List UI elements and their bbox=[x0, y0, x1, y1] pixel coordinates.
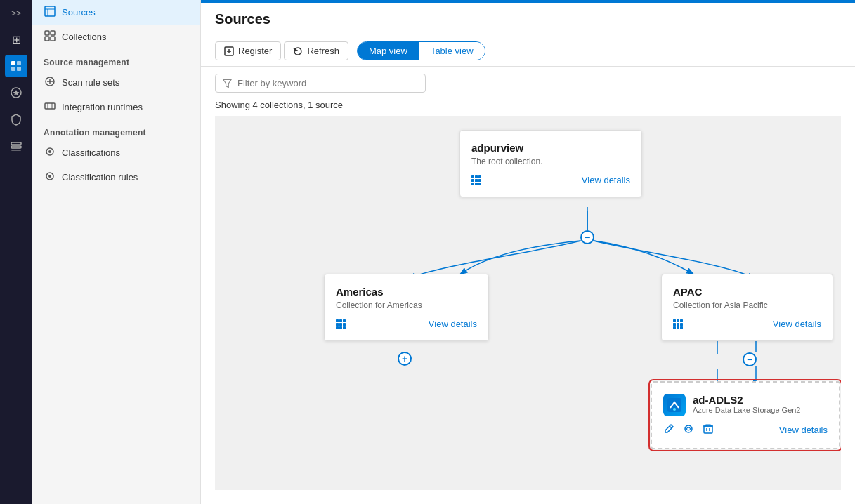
sidebar-item-scan-rule-sets[interactable]: Scan rule sets bbox=[32, 70, 200, 95]
annotation-management-header: Annotation management bbox=[32, 119, 200, 140]
svg-rect-11 bbox=[45, 31, 49, 35]
svg-rect-6 bbox=[11, 146, 21, 148]
refresh-label: Refresh bbox=[307, 46, 339, 56]
svg-rect-3 bbox=[17, 67, 21, 71]
sidebar-classifications-label: Classifications bbox=[62, 147, 120, 158]
map-canvas: adpurview The root collection. View deta… bbox=[215, 116, 841, 490]
filter-input[interactable] bbox=[237, 78, 418, 88]
svg-line-40 bbox=[670, 426, 672, 428]
view-toggle: Map view Table view bbox=[357, 41, 485, 60]
classification-rules-icon bbox=[44, 171, 56, 184]
root-card-footer: View details bbox=[471, 175, 630, 185]
icon-bar: >> ⊞ bbox=[0, 0, 32, 504]
sidebar-integration-label: Integration runtimes bbox=[62, 102, 143, 112]
source-type: Azure Data Lake Storage Gen2 bbox=[693, 406, 800, 414]
collapse-root-button[interactable]: − bbox=[580, 230, 594, 244]
svg-rect-1 bbox=[17, 61, 21, 65]
americas-card-subtitle: Collection for Americas bbox=[336, 300, 477, 310]
sidebar-item-classification-rules[interactable]: Classification rules bbox=[32, 165, 200, 190]
sources-icon bbox=[44, 6, 56, 19]
apac-card-footer: View details bbox=[673, 319, 821, 329]
filter-icon bbox=[223, 79, 232, 88]
svg-rect-5 bbox=[11, 142, 21, 145]
scan-rule-sets-icon bbox=[44, 76, 56, 89]
svg-rect-18 bbox=[45, 103, 55, 109]
classifications-icon bbox=[44, 146, 56, 159]
sidebar-item-sources[interactable]: Sources bbox=[32, 0, 200, 25]
apac-view-details-link[interactable]: View details bbox=[773, 319, 821, 329]
expand-icon[interactable]: >> bbox=[8, 6, 24, 21]
americas-card: Americas Collection for Americas View de… bbox=[324, 274, 489, 341]
source-info: ad-ADLS2 Azure Data Lake Storage Gen2 bbox=[693, 394, 800, 414]
svg-marker-28 bbox=[223, 79, 231, 87]
apac-grid-icon bbox=[673, 319, 683, 329]
root-view-details-link[interactable]: View details bbox=[582, 175, 630, 185]
americas-card-footer: View details bbox=[336, 319, 477, 329]
page-header: Sources bbox=[201, 3, 855, 36]
source-card: ad-ADLS2 Azure Data Lake Storage Gen2 bbox=[651, 381, 840, 449]
root-card: adpurview The root collection. View deta… bbox=[459, 130, 642, 197]
svg-rect-14 bbox=[51, 37, 55, 41]
source-icon bbox=[663, 394, 686, 416]
sidebar-scan-rule-label: Scan rule sets bbox=[62, 77, 119, 88]
americas-card-title: Americas bbox=[336, 286, 477, 298]
svg-point-22 bbox=[48, 150, 51, 153]
svg-rect-2 bbox=[11, 67, 15, 71]
sidebar: Sources Collections Source management Sc… bbox=[32, 0, 201, 504]
svg-point-39 bbox=[673, 408, 676, 411]
sidebar-sources-label: Sources bbox=[62, 7, 96, 18]
mgmt-icon-btn[interactable] bbox=[5, 135, 27, 157]
sidebar-item-collections[interactable]: Collections bbox=[32, 25, 200, 49]
scan-icon[interactable] bbox=[683, 423, 694, 437]
filter-input-wrapper bbox=[215, 74, 426, 93]
source-name: ad-ADLS2 bbox=[693, 394, 800, 406]
source-card-header: ad-ADLS2 Azure Data Lake Storage Gen2 bbox=[663, 394, 828, 416]
star-icon-btn[interactable] bbox=[5, 81, 27, 104]
integration-runtimes-icon bbox=[44, 100, 56, 114]
sidebar-item-integration-runtimes[interactable]: Integration runtimes bbox=[32, 95, 200, 119]
apac-card-title: APAC bbox=[673, 286, 821, 298]
table-view-button[interactable]: Table view bbox=[419, 42, 485, 60]
root-card-subtitle: The root collection. bbox=[471, 157, 630, 166]
sidebar-collections-label: Collections bbox=[62, 32, 107, 42]
refresh-button[interactable]: Refresh bbox=[284, 41, 348, 60]
home-icon-btn[interactable]: ⊞ bbox=[5, 28, 27, 51]
svg-rect-0 bbox=[11, 61, 15, 65]
source-management-header: Source management bbox=[32, 49, 200, 70]
delete-icon[interactable] bbox=[703, 423, 714, 437]
expand-americas-button[interactable]: + bbox=[398, 352, 412, 366]
main-content: Sources Register Refresh Map view Table … bbox=[201, 0, 855, 504]
catalog-icon-btn[interactable] bbox=[5, 55, 27, 77]
collapse-apac-button[interactable]: − bbox=[743, 352, 757, 366]
policy-icon-btn[interactable] bbox=[5, 108, 27, 131]
svg-rect-7 bbox=[11, 150, 21, 151]
svg-rect-8 bbox=[45, 6, 55, 16]
sidebar-item-classifications[interactable]: Classifications bbox=[32, 140, 200, 165]
source-action-icons bbox=[663, 423, 714, 437]
map-view-button[interactable]: Map view bbox=[358, 42, 419, 60]
sidebar-classification-rules-label: Classification rules bbox=[62, 172, 138, 183]
source-view-details-link[interactable]: View details bbox=[779, 425, 828, 435]
svg-rect-42 bbox=[704, 426, 712, 433]
filter-bar bbox=[201, 67, 855, 100]
source-actions: View details bbox=[663, 423, 828, 437]
root-grid-icon bbox=[471, 175, 481, 185]
toolbar: Register Refresh Map view Table view bbox=[201, 36, 855, 67]
americas-grid-icon bbox=[336, 319, 346, 329]
svg-rect-13 bbox=[45, 37, 49, 41]
svg-rect-12 bbox=[51, 31, 55, 35]
register-label: Register bbox=[238, 46, 272, 56]
root-card-title: adpurview bbox=[471, 142, 630, 154]
collections-icon bbox=[44, 30, 56, 44]
svg-point-24 bbox=[48, 175, 51, 178]
register-button[interactable]: Register bbox=[215, 41, 281, 60]
apac-card: APAC Collection for Asia Pacific View de… bbox=[661, 274, 833, 341]
apac-card-subtitle: Collection for Asia Pacific bbox=[673, 300, 821, 310]
americas-view-details-link[interactable]: View details bbox=[429, 319, 477, 329]
showing-text: Showing 4 collections, 1 source bbox=[201, 100, 855, 116]
page-title: Sources bbox=[215, 11, 841, 27]
edit-icon[interactable] bbox=[663, 423, 674, 437]
